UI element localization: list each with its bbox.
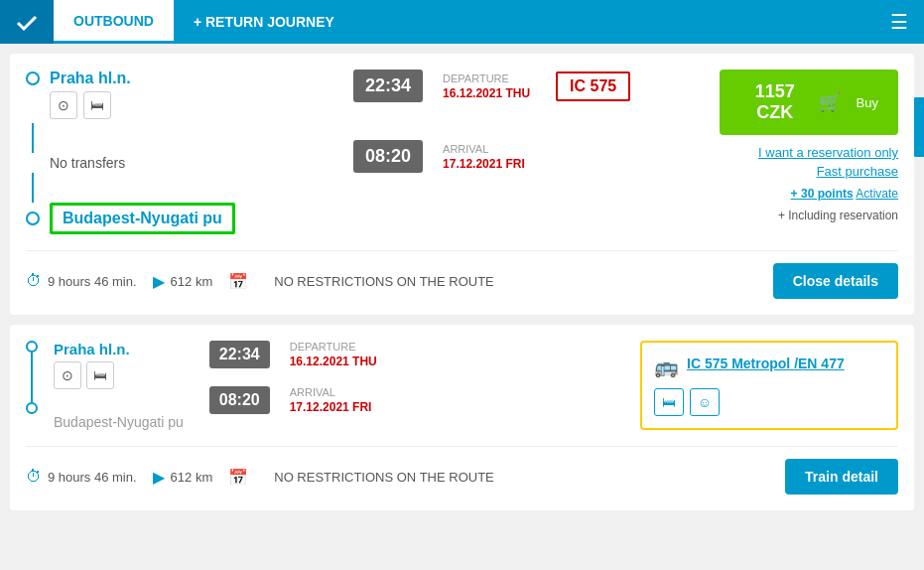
clock-icon: ⏱ <box>26 272 42 290</box>
card2-outbound: Praha hl.n. ⊙ 🛏 Budapest-Nyugati pu 22:3… <box>10 325 914 510</box>
departure-time-row: 22:34 DEPARTURE 16.12.2021 THU IC 575 <box>353 70 630 102</box>
calendar-icon-2: 📅 <box>228 468 248 487</box>
info-items-2: ⏱ 9 hours 46 min. ▶ 612 km 📅 NO RESTRICT… <box>26 468 785 487</box>
vline-2 <box>31 353 33 402</box>
price-label: 1157 CZK <box>739 81 811 123</box>
menu-button[interactable]: ☰ <box>874 10 924 34</box>
points-label[interactable]: + 30 points <box>791 187 854 201</box>
departure-info: DEPARTURE 16.12.2021 THU <box>443 72 530 100</box>
activate-link[interactable]: Activate <box>856 187 898 201</box>
radio-icon: ⊙ <box>50 91 77 119</box>
train-detail-button[interactable]: Train detail <box>785 459 898 495</box>
bed-icon-train: 🛏 <box>654 388 684 416</box>
departure-dot <box>26 71 40 85</box>
buy-label: Buy <box>857 95 878 110</box>
card2-route-section: Praha hl.n. ⊙ 🛏 Budapest-Nyugati pu 22:3… <box>26 341 620 430</box>
dep-label-2: DEPARTURE <box>290 341 377 353</box>
return-label: + RETURN JOURNEY <box>194 14 334 30</box>
calendar-icon: 📅 <box>228 272 248 291</box>
radio-icon-2: ⊙ <box>54 361 81 389</box>
dep-station-col: Praha hl.n. ⊙ 🛏 <box>54 341 184 389</box>
departure-row: Praha hl.n. <box>26 70 343 87</box>
calendar-item: 📅 <box>228 272 248 291</box>
arrival-station: Budapest-Nyugati pu <box>50 203 235 234</box>
arrival-row: Budapest-Nyugati pu <box>26 203 343 234</box>
buy-button[interactable]: 1157 CZK 🛒 Buy <box>720 70 898 135</box>
departure-date: 16.12.2021 THU <box>443 86 530 100</box>
route-line-2 <box>32 173 34 203</box>
departure-label: DEPARTURE <box>443 72 530 84</box>
arr-dot-2 <box>26 402 38 414</box>
bed-icon-2: 🛏 <box>86 361 114 389</box>
clock-icon-2: ⏱ <box>26 468 42 486</box>
time-section: 22:34 DEPARTURE 16.12.2021 THU IC 575 08… <box>353 70 630 173</box>
arr-label-2: ARRIVAL <box>290 386 372 398</box>
train-detail-icons: 🛏 ☺ <box>654 388 884 416</box>
dep-date-2: 16.12.2021 THU <box>290 355 377 368</box>
distance-item-2: ▶ 612 km <box>153 468 213 487</box>
train-detail-name[interactable]: IC 575 Metropol /EN 477 <box>687 355 845 372</box>
card-top-section: Praha hl.n. ⊙ 🛏 No transfers Budapest-Ny… <box>26 70 898 234</box>
dep-station-2: Praha hl.n. <box>54 341 184 357</box>
points-row: + 30 points Activate <box>791 187 898 201</box>
return-journey-tab[interactable]: + RETURN JOURNEY <box>174 0 354 44</box>
vertical-line-section <box>26 341 38 430</box>
outbound-label: OUTBOUND <box>73 13 154 29</box>
spacer <box>54 397 184 407</box>
card-outbound: Praha hl.n. ⊙ 🛏 No transfers Budapest-Ny… <box>10 54 914 315</box>
dep-info-2: DEPARTURE 16.12.2021 THU <box>290 341 377 368</box>
main-content: Praha hl.n. ⊙ 🛏 No transfers Budapest-Ny… <box>0 54 924 510</box>
distance-text: 612 km <box>171 274 213 289</box>
card2-top: Praha hl.n. ⊙ 🛏 Budapest-Nyugati pu 22:3… <box>26 341 898 430</box>
arrival-label: ARRIVAL <box>443 143 525 155</box>
train-id-badge: IC 575 <box>556 71 630 101</box>
arr-time-row-2: 08:20 ARRIVAL 17.12.2021 FRI <box>209 386 377 414</box>
arr-time-2: 08:20 <box>209 386 270 414</box>
cart-icon: 🛒 <box>819 91 841 113</box>
close-details-button[interactable]: Close details <box>773 263 898 299</box>
departure-time: 22:34 <box>353 70 423 102</box>
dep-time-2: 22:34 <box>209 341 270 368</box>
train-icon: 🚌 <box>654 355 679 378</box>
arrow-icon-2: ▶ <box>153 468 165 487</box>
duration-item-2: ⏱ 9 hours 46 min. <box>26 468 137 486</box>
train-detail-header: 🚌 IC 575 Metropol /EN 477 <box>654 355 884 378</box>
reservation-link[interactable]: I want a reservation only <box>758 145 898 160</box>
arrival-time-row: 08:20 ARRIVAL 17.12.2021 FRI <box>353 140 630 173</box>
including-row: + Including reservation <box>778 209 898 222</box>
bed-icon: 🛏 <box>83 91 111 119</box>
stations-col: Praha hl.n. ⊙ 🛏 Budapest-Nyugati pu <box>54 341 184 430</box>
duration-text: 9 hours 46 min. <box>48 274 137 289</box>
duration-item: ⏱ 9 hours 46 min. <box>26 272 137 290</box>
menu-icon: ☰ <box>890 11 908 33</box>
check-icon-box <box>0 0 54 44</box>
arrival-time: 08:20 <box>353 140 423 173</box>
distance-item: ▶ 612 km <box>153 272 213 291</box>
card2-bottom: ⏱ 9 hours 46 min. ▶ 612 km 📅 NO RESTRICT… <box>26 446 898 495</box>
fast-purchase-link[interactable]: Fast purchase <box>817 164 898 179</box>
check-icon <box>15 10 39 34</box>
arrival-date: 17.12.2021 FRI <box>443 157 525 171</box>
distance-text-2: 612 km <box>171 470 213 485</box>
route-section: Praha hl.n. ⊙ 🛏 No transfers Budapest-Ny… <box>26 70 343 234</box>
price-section: 1157 CZK 🛒 Buy I want a reservation only… <box>700 70 898 222</box>
departure-icons: ⊙ 🛏 <box>50 91 343 119</box>
departure-station: Praha hl.n. <box>50 70 131 87</box>
outbound-tab[interactable]: OUTBOUND <box>54 0 174 44</box>
face-icon-train: ☺ <box>690 388 720 416</box>
calendar-item-2: 📅 <box>228 468 248 487</box>
info-items: ⏱ 9 hours 46 min. ▶ 612 km 📅 NO RESTRICT… <box>26 272 773 291</box>
dep-time-row-2: 22:34 DEPARTURE 16.12.2021 THU <box>209 341 377 368</box>
arr-date-2: 17.12.2021 FRI <box>290 400 372 414</box>
arr-station-2: Budapest-Nyugati pu <box>54 414 184 430</box>
duration-text-2: 9 hours 46 min. <box>48 470 137 485</box>
dep-dot-2 <box>26 341 38 353</box>
arrival-dot <box>26 212 40 225</box>
restrictions-text: NO RESTRICTIONS ON THE ROUTE <box>274 274 494 289</box>
arrival-info: ARRIVAL 17.12.2021 FRI <box>443 143 525 171</box>
including-label: + Including reservation <box>778 209 898 222</box>
restrictions-text-2: NO RESTRICTIONS ON THE ROUTE <box>274 470 494 485</box>
train-detail-box: 🚌 IC 575 Metropol /EN 477 🛏 ☺ <box>640 341 898 430</box>
dep-icons-2: ⊙ 🛏 <box>54 361 184 389</box>
card-bottom: ⏱ 9 hours 46 min. ▶ 612 km 📅 NO RESTRICT… <box>26 250 898 299</box>
